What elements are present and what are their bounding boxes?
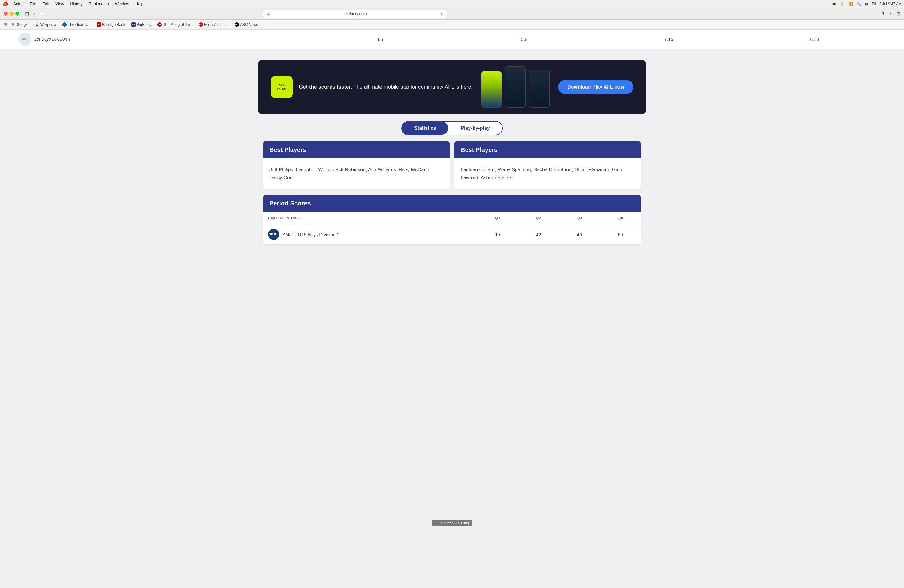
back-button[interactable]: ‹	[32, 10, 38, 17]
period-scores-heading: Period Scores	[263, 195, 641, 212]
mongrel-favicon-icon: M	[157, 22, 162, 27]
menu-help[interactable]: Help	[133, 1, 146, 7]
menu-history[interactable]: History	[68, 1, 85, 7]
bookmark-bigfooty[interactable]: BF BigFooty	[129, 22, 153, 28]
traffic-lights	[4, 12, 19, 16]
google-favicon-icon: G	[11, 22, 15, 27]
bookmark-wikipedia-label: Wikipedia	[40, 22, 56, 27]
q4-score: 69	[600, 224, 641, 245]
forward-button[interactable]: ›	[40, 10, 45, 17]
period-scores-wrapper: Period Scores END OF PERIOD Q1 Q2 Q3 Q4	[258, 195, 646, 257]
partial-score-3: 7.15	[596, 36, 741, 42]
menu-window[interactable]: Window	[112, 1, 131, 7]
bendigo-favicon-icon: B	[96, 22, 101, 27]
menu-edit[interactable]: Edit	[40, 1, 52, 7]
abc-favicon-icon: ABC	[235, 22, 239, 27]
title-bar-right: ⬆ ＋ ⊞	[881, 11, 900, 17]
menu-view[interactable]: View	[53, 1, 66, 7]
minimize-button[interactable]	[9, 12, 14, 16]
bookmark-google-label: Google	[17, 22, 28, 27]
sidebar-show-icon[interactable]: ⊟	[4, 22, 7, 27]
download-cta-button[interactable]: Download Play AFL now	[558, 80, 634, 94]
best-players-card-team2: Best Players Lachlan Collard, Remy Spald…	[454, 141, 641, 189]
guardian-favicon-icon: G	[62, 22, 67, 27]
team-cell-inner: SMJFL SMJFL U15 Boys Division 1	[268, 229, 472, 240]
col-q2: Q2	[518, 212, 559, 224]
partial-scores-row: AFL 1st Boys Division 1 4.5 5.8 7.15 10.…	[0, 30, 904, 49]
partial-team-logo: AFL	[19, 33, 32, 46]
tab-play-by-play[interactable]: Play-by-play	[448, 122, 502, 135]
bookmark-guardian[interactable]: G The Guardian	[60, 22, 93, 28]
bookmarks-bar: ⊟ G Google W Wikipedia G The Guardian B …	[0, 20, 904, 30]
tab-overview-icon[interactable]: ⊞	[896, 11, 900, 17]
partial-score-2: 5.8	[452, 36, 596, 42]
q2-score: 42	[518, 224, 559, 245]
tabs-container: Statistics Play-by-play	[0, 121, 904, 135]
title-bar-left: ⊟ ‹ ›	[4, 10, 45, 17]
period-scores-thead-row: END OF PERIOD Q1 Q2 Q3 Q4	[263, 212, 641, 224]
afl-banner-phones	[480, 66, 550, 107]
afl-play-banner: AFLPLAY Get the scores faster. The ultim…	[258, 60, 646, 114]
phone-screen-2	[505, 67, 525, 107]
bigfooty-favicon-icon: BF	[131, 22, 136, 27]
best-players-card-team1: Best Players Jett Philips, Campbell Whit…	[263, 141, 450, 189]
phone-screen-1	[481, 71, 501, 107]
wifi-icon: 📶	[848, 2, 853, 6]
partial-score-1: 4.5	[308, 36, 452, 42]
bookmark-bendigo[interactable]: B Bendigo Bank	[95, 22, 127, 28]
control-center-icon[interactable]: ⊞	[865, 2, 868, 6]
partial-team-cell: AFL 1st Boys Division 1	[19, 33, 308, 46]
afl-play-logo: AFLPLAY	[270, 76, 293, 98]
bookmark-bigfooty-label: BigFooty	[137, 22, 151, 27]
bookmark-abc-label: ABC News	[240, 22, 258, 27]
tab-group: Statistics Play-by-play	[401, 121, 503, 135]
bookmark-bendigo-label: Bendigo Bank	[102, 22, 125, 27]
search-icon[interactable]: 🔍	[857, 2, 861, 6]
col-q1: Q1	[477, 212, 518, 224]
best-players-grid: Best Players Jett Philips, Campbell Whit…	[258, 141, 646, 189]
tab-statistics[interactable]: Statistics	[402, 122, 448, 135]
period-scores-table: END OF PERIOD Q1 Q2 Q3 Q4 SMJFL	[263, 212, 641, 245]
table-row: SMJFL SMJFL U15 Boys Division 1 15 42 49…	[263, 224, 641, 245]
q1-score: 15	[477, 224, 518, 245]
new-tab-icon[interactable]: ＋	[888, 11, 893, 17]
bookmark-wikipedia[interactable]: W Wikipedia	[33, 22, 58, 28]
close-button[interactable]	[4, 12, 8, 16]
bookmark-google[interactable]: G Google	[9, 22, 31, 28]
afl-play-logo-text: AFLPLAY	[277, 83, 286, 91]
url-display[interactable]: bigfooty.com	[272, 11, 438, 16]
reload-button[interactable]: ↻	[440, 11, 444, 16]
col-q3: Q3	[559, 212, 600, 224]
bookmark-mongrel-label: The Mongrel Punt	[163, 22, 192, 27]
afl-banner-headline-bold: Get the scores faster.	[299, 84, 352, 90]
tooltip-badge: 1720736668160.png	[432, 520, 472, 526]
menu-file[interactable]: File	[27, 1, 39, 7]
phone-mockup-1	[480, 71, 502, 107]
partial-score-4: 10.18	[741, 36, 885, 42]
menu-safari[interactable]: Safari	[11, 1, 26, 7]
bookmark-almanac[interactable]: FA Footy Almanac	[196, 22, 231, 28]
afl-banner-headline-rest: The ultimate mobile app for community AF…	[353, 84, 473, 90]
team-name-label: SMJFL U15 Boys Division 1	[282, 232, 339, 237]
sidebar-toggle-button[interactable]: ⊟	[24, 10, 30, 17]
period-scores-section: Period Scores END OF PERIOD Q1 Q2 Q3 Q4	[263, 195, 641, 245]
phone-mockup-3	[529, 70, 550, 107]
battery-icon: 🔋	[840, 2, 845, 6]
col-q4: Q4	[600, 212, 641, 224]
gap-1	[0, 49, 904, 55]
address-bar[interactable]: 🔒 bigfooty.com ↻	[263, 10, 447, 18]
menu-bookmarks[interactable]: Bookmarks	[86, 1, 111, 7]
q3-score: 49	[559, 224, 600, 245]
page-wrapper: AFL 1st Boys Division 1 4.5 5.8 7.15 10.…	[0, 30, 904, 257]
apple-logo-icon[interactable]: 🍎	[2, 1, 8, 7]
best-players-body-team2: Lachlan Collard, Remy Spalding, Sacha De…	[454, 158, 641, 189]
share-icon[interactable]: ⬆	[881, 11, 885, 17]
fullscreen-button[interactable]	[15, 12, 19, 16]
phone-mockup-2	[504, 66, 526, 107]
record-icon: ⏺	[833, 2, 836, 6]
best-players-header-team1: Best Players	[263, 141, 450, 158]
phone-screen-3	[529, 70, 550, 107]
datetime-display: Fri 12 Jul 9:47 AM	[872, 2, 902, 6]
bookmark-abc[interactable]: ABC ABC News	[232, 22, 260, 28]
bookmark-mongrel[interactable]: M The Mongrel Punt	[155, 22, 194, 28]
